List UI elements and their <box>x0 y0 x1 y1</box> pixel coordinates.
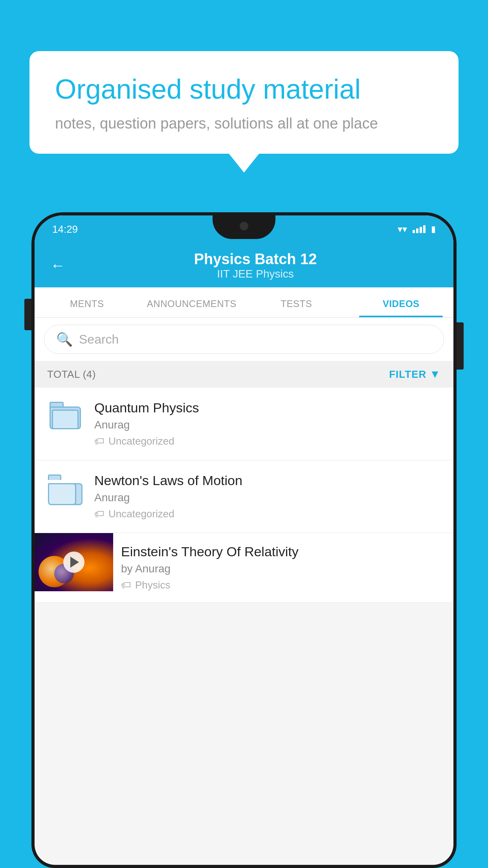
video-tag-row: 🏷 Uncategorized <box>94 435 442 447</box>
speech-bubble-container: Organised study material notes, question… <box>29 51 459 154</box>
status-icons: ▾▾ ▮ <box>398 224 436 235</box>
total-count: TOTAL (4) <box>47 368 96 381</box>
search-input-wrap[interactable]: 🔍 Search <box>44 325 444 354</box>
header-title: Physics Batch 12 <box>73 251 438 268</box>
list-item[interactable]: Newton's Laws of Motion Anurag 🏷 Uncateg… <box>35 460 453 533</box>
filter-row: TOTAL (4) FILTER ▼ <box>35 361 453 388</box>
app-header: ← Physics Batch 12 IIT JEE Physics <box>35 243 453 287</box>
tag-icon: 🏷 <box>94 508 105 520</box>
filter-label: FILTER <box>389 368 426 381</box>
filter-icon: ▼ <box>429 368 441 381</box>
tab-ments[interactable]: MENTS <box>35 287 139 317</box>
header-subtitle: IIT JEE Physics <box>73 268 438 280</box>
video-title: Newton's Laws of Motion <box>94 473 442 488</box>
signal-icon <box>413 225 426 233</box>
header-center: Physics Batch 12 IIT JEE Physics <box>73 251 438 280</box>
speech-bubble-subtitle: notes, question papers, solutions all at… <box>55 115 433 132</box>
video-author: Anurag <box>94 419 442 431</box>
video-tag-row: 🏷 Uncategorized <box>94 508 442 520</box>
video-tag: Uncategorized <box>108 435 174 447</box>
play-button[interactable] <box>63 552 84 573</box>
video-author: by Anurag <box>121 563 446 575</box>
status-bar: 14:29 ▾▾ ▮ <box>35 215 453 243</box>
camera-dot <box>240 222 248 230</box>
video-tag: Physics <box>135 579 171 591</box>
video-info-3: Einstein's Theory Of Relativity by Anura… <box>113 533 453 602</box>
folder-thumb-2 <box>46 473 85 505</box>
video-thumbnail <box>35 533 113 591</box>
wifi-icon: ▾▾ <box>398 224 407 235</box>
search-input[interactable]: Search <box>79 332 119 347</box>
tabs-bar: MENTS ANNOUNCEMENTS TESTS VIDEOS <box>35 287 453 318</box>
tag-icon: 🏷 <box>94 435 105 447</box>
list-item[interactable]: Quantum Physics Anurag 🏷 Uncategorized <box>35 388 453 460</box>
tag-icon: 🏷 <box>121 579 131 591</box>
tab-announcements[interactable]: ANNOUNCEMENTS <box>139 287 244 317</box>
speech-bubble-title: Organised study material <box>55 73 433 106</box>
battery-icon: ▮ <box>431 224 436 234</box>
list-item[interactable]: Einstein's Theory Of Relativity by Anura… <box>35 533 453 603</box>
phone-outer: 14:29 ▾▾ ▮ ← Physics Batch 12 <box>31 212 457 868</box>
video-tag: Uncategorized <box>108 508 174 520</box>
status-time: 14:29 <box>52 223 78 235</box>
folder-icon-2 <box>48 474 83 505</box>
phone-screen: 14:29 ▾▾ ▮ ← Physics Batch 12 <box>35 215 453 865</box>
filter-button[interactable]: FILTER ▼ <box>389 368 441 381</box>
video-tag-row: 🏷 Physics <box>121 579 446 591</box>
video-info-1: Quantum Physics Anurag 🏷 Uncategorized <box>94 400 442 447</box>
search-icon: 🔍 <box>56 331 73 347</box>
search-container: 🔍 Search <box>35 318 453 361</box>
video-list: Quantum Physics Anurag 🏷 Uncategorized <box>35 388 453 603</box>
video-info-2: Newton's Laws of Motion Anurag 🏷 Uncateg… <box>94 473 442 520</box>
folder-icon <box>50 402 81 429</box>
video-title: Einstein's Theory Of Relativity <box>121 544 446 559</box>
back-button[interactable]: ← <box>50 257 65 274</box>
tab-videos[interactable]: VIDEOS <box>349 287 454 317</box>
tab-tests[interactable]: TESTS <box>244 287 349 317</box>
play-icon <box>70 557 79 568</box>
phone-wrapper: 14:29 ▾▾ ▮ ← Physics Batch 12 <box>31 212 457 868</box>
speech-bubble: Organised study material notes, question… <box>29 51 459 154</box>
video-title: Quantum Physics <box>94 400 442 416</box>
folder-thumb-1 <box>46 400 85 429</box>
video-author: Anurag <box>94 491 442 504</box>
